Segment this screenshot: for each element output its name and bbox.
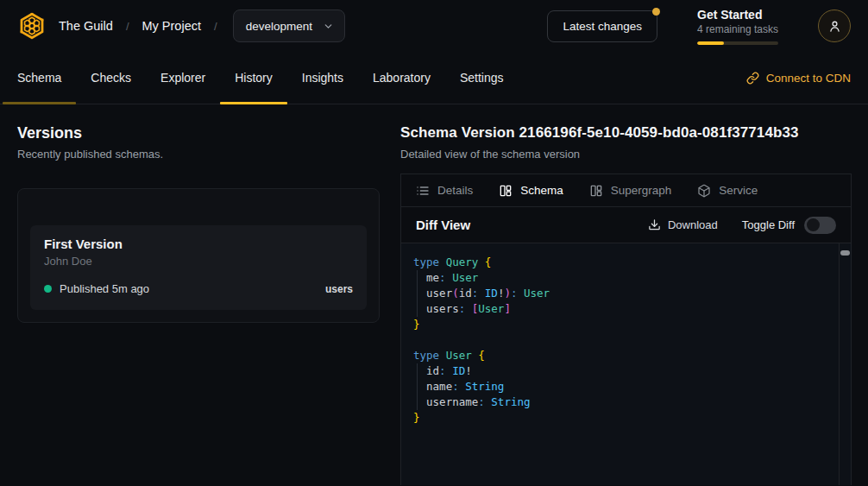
code-line: } — [413, 410, 833, 426]
download-icon — [648, 218, 661, 231]
tab-supergraph-label: Supergraph — [611, 184, 672, 197]
box-icon — [697, 184, 711, 198]
get-started-title: Get Started — [697, 8, 778, 22]
breadcrumb-org[interactable]: The Guild — [59, 19, 113, 33]
tab-details-label: Details — [437, 184, 473, 197]
scrollbar-thumb[interactable] — [840, 250, 850, 256]
tab-service-label: Service — [719, 184, 758, 197]
schema-version-title: Schema Version 2166196f-5e10-4059-bd0a-0… — [400, 124, 852, 142]
code-line: type Query { — [413, 255, 833, 270]
version-detail-panel: Schema Version 2166196f-5e10-4059-bd0a-0… — [400, 104, 868, 485]
code-line: name: String — [413, 379, 833, 394]
code-line: id: ID! — [413, 363, 833, 379]
get-started-progressbar — [697, 41, 778, 45]
schema-panel-tabs: Details Schema Sup — [401, 174, 851, 207]
tab-schema-view[interactable]: Schema — [499, 184, 563, 198]
published-status-text: Published 5m ago — [60, 282, 149, 295]
versions-panel: Versions Recently published schemas. Fir… — [0, 104, 400, 485]
schema-code-viewer[interactable]: type Query { me: User user(id: ID!): Use… — [401, 243, 851, 485]
code-line: user(id: ID!): User — [413, 286, 833, 301]
tab-supergraph[interactable]: Supergraph — [589, 184, 672, 198]
tab-checks[interactable]: Checks — [91, 52, 131, 104]
chevron-down-icon — [323, 21, 334, 32]
version-author: John Doe — [44, 255, 353, 268]
tab-settings[interactable]: Settings — [460, 52, 504, 104]
tab-laboratory[interactable]: Laboratory — [373, 52, 431, 104]
latest-changes-label: Latest changes — [563, 20, 642, 33]
diff-toolbar: Diff View Download Toggle Diff — [401, 207, 851, 243]
list-icon — [416, 184, 430, 198]
app-header: The Guild / My Project / development Lat… — [0, 0, 868, 52]
version-title: First Version — [44, 237, 353, 251]
progress-fill — [697, 41, 724, 45]
tab-service[interactable]: Service — [697, 184, 758, 198]
breadcrumb-separator: / — [126, 20, 129, 33]
link-icon — [746, 72, 759, 85]
switch-knob — [807, 218, 820, 231]
code-line: me: User — [413, 270, 833, 286]
download-button[interactable]: Download — [648, 218, 718, 231]
versions-title: Versions — [17, 124, 380, 142]
service-badge: users — [325, 283, 353, 295]
breadcrumb-separator: / — [214, 20, 217, 33]
target-select[interactable]: development — [233, 9, 345, 42]
code-line — [413, 332, 833, 348]
tab-schema-view-label: Schema — [520, 184, 563, 197]
code-block: type Query { me: User user(id: ID!): Use… — [401, 243, 851, 437]
tab-history[interactable]: History — [235, 52, 273, 104]
tab-details[interactable]: Details — [416, 184, 473, 198]
toggle-diff-switch[interactable] — [804, 217, 836, 234]
versions-subtitle: Recently published schemas. — [17, 148, 380, 161]
project-nav: Schema Checks Explorer History Insights … — [0, 52, 868, 104]
user-icon — [827, 19, 842, 34]
code-line: } — [413, 317, 833, 332]
published-status-dot — [44, 285, 52, 293]
connect-to-cdn-link[interactable]: Connect to CDN — [746, 72, 851, 85]
target-select-value: development — [246, 20, 312, 33]
tab-schema[interactable]: Schema — [17, 52, 61, 104]
get-started-widget[interactable]: Get Started 4 remaining tasks — [697, 8, 778, 45]
schema-panel: Details Schema Sup — [400, 174, 852, 485]
code-line: users: [User] — [413, 301, 833, 317]
columns-icon — [589, 184, 603, 198]
main-content: Versions Recently published schemas. Fir… — [0, 104, 868, 485]
code-line: type User { — [413, 348, 833, 363]
download-label: Download — [668, 218, 718, 231]
tab-insights[interactable]: Insights — [302, 52, 343, 104]
user-avatar-button[interactable] — [818, 9, 851, 42]
notification-dot — [652, 8, 660, 16]
connect-to-cdn-label: Connect to CDN — [766, 72, 851, 85]
columns-icon — [499, 184, 513, 198]
code-line: username: String — [413, 394, 833, 410]
tab-explorer[interactable]: Explorer — [160, 52, 205, 104]
latest-changes-button[interactable]: Latest changes — [547, 10, 657, 42]
hive-logo-icon[interactable] — [17, 11, 47, 41]
schema-version-subtitle: Detailed view of the schema version — [400, 148, 852, 161]
breadcrumb-project[interactable]: My Project — [142, 19, 202, 33]
version-list-item[interactable]: First Version John Doe Published 5m ago … — [30, 225, 367, 310]
breadcrumb: The Guild / My Project / — [59, 19, 217, 33]
code-scrollbar[interactable] — [839, 243, 851, 485]
diff-view-title: Diff View — [416, 218, 470, 232]
toggle-diff-label: Toggle Diff — [742, 218, 795, 231]
get-started-tasks: 4 remaining tasks — [697, 23, 778, 35]
versions-card: First Version John Doe Published 5m ago … — [17, 188, 380, 323]
